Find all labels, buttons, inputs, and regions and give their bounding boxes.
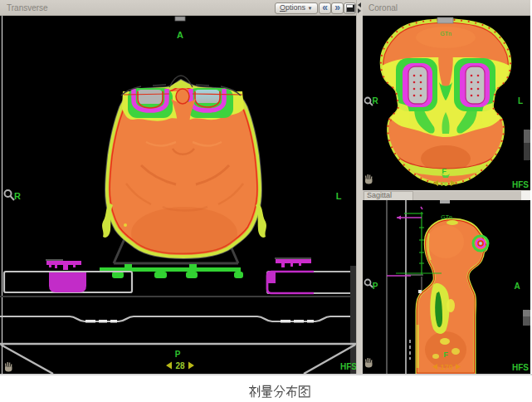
svg-text:GTn: GTn [440, 31, 451, 37]
svg-text:L: L [518, 96, 523, 105]
svg-text:A: A [177, 30, 183, 40]
svg-text:HFS: HFS [512, 363, 529, 372]
svg-text:28: 28 [175, 361, 185, 370]
svg-text:R: R [14, 191, 21, 201]
svg-text:L: L [336, 191, 342, 201]
svg-text:P: P [175, 350, 181, 359]
svg-text:A: A [514, 282, 520, 291]
svg-text:HFS: HFS [340, 362, 356, 371]
svg-text:R: R [372, 96, 378, 105]
svg-text:P: P [373, 282, 378, 291]
svg-text:170: 170 [440, 363, 452, 371]
svg-text:F: F [443, 351, 448, 359]
svg-text:GTn: GTn [441, 214, 452, 220]
svg-text:HFS: HFS [512, 180, 529, 189]
svg-text:F: F [442, 167, 447, 175]
svg-text:76: 76 [441, 180, 448, 188]
